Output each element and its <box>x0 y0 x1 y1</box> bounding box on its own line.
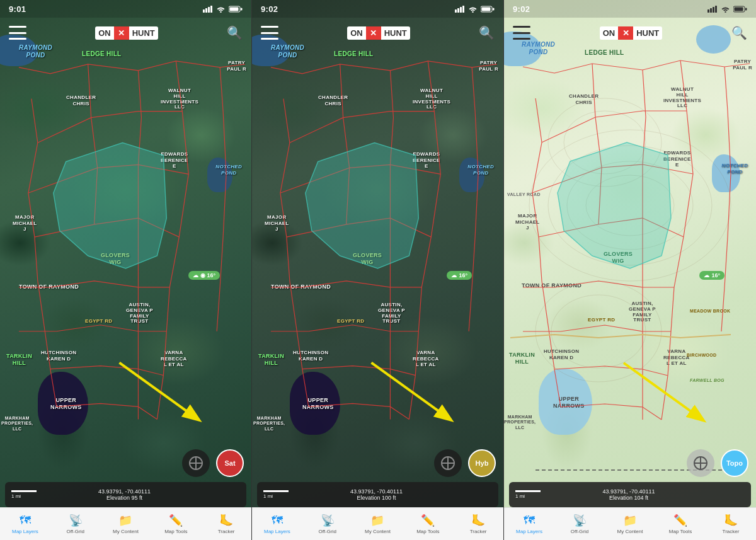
nav-btn-2[interactable] <box>434 449 462 477</box>
coords-text-3: 43.93791, -70.40111 <box>602 488 655 495</box>
logo-x-1: ✕ <box>114 26 129 40</box>
search-btn-3[interactable]: 🔍 <box>731 25 747 40</box>
status-bar-2: 9:02 <box>252 0 503 18</box>
tab-my-content-1[interactable]: 📁 My Content <box>101 514 151 534</box>
status-bar-3: 9:02 <box>504 0 756 18</box>
tab-bar-3: 🗺 Map Layers 📡 Off-Grid 📁 My Content ✏️ … <box>504 507 756 540</box>
my-content-icon-2: 📁 <box>370 514 384 527</box>
map-tools-icon-1: ✏️ <box>169 514 183 527</box>
scale-label-2: 1 mi <box>263 493 273 499</box>
info-bar-2: 1 mi 43.93791, -70.40111 Elevation 100 f… <box>257 482 498 507</box>
logo-3: ON ✕ HUNT <box>600 26 663 40</box>
tab-off-grid-2[interactable]: 📡 Off-Grid <box>302 514 353 534</box>
hamburger-1[interactable] <box>9 26 26 40</box>
map-layers-label-1: Map Layers <box>12 529 38 534</box>
tab-off-grid-3[interactable]: 📡 Off-Grid <box>554 514 605 534</box>
svg-rect-34 <box>715 6 717 13</box>
map-type-badge-3[interactable]: Topo <box>721 449 748 477</box>
map-type-badge-1[interactable]: Sat <box>216 449 244 477</box>
tab-map-layers-1[interactable]: 🗺 Map Layers <box>0 514 50 534</box>
svg-rect-9 <box>241 8 243 10</box>
logo-on-3: ON <box>600 26 619 40</box>
top-nav-2: ON ✕ HUNT 🔍 <box>252 18 503 48</box>
off-grid-icon-3: 📡 <box>573 514 587 527</box>
map-background-3 <box>504 0 756 540</box>
scale-label-1: 1 mi <box>11 493 21 499</box>
svg-rect-4 <box>208 7 210 13</box>
map-tools-label-3: Map Tools <box>669 529 692 534</box>
panel-3: RaymondPond Ledge Hill CHANDLERCHRIS WAL… <box>504 0 756 540</box>
logo-1: ON ✕ HUNT <box>95 26 158 40</box>
temp-badge-small-2: ☁16° <box>447 271 472 280</box>
scale-block-2: 1 mi <box>263 490 289 499</box>
logo-on-2: ON <box>347 26 366 40</box>
tab-tracker-3[interactable]: 🦶 Tracker <box>706 514 756 534</box>
coords-block-1: 43.93791, -70.40111 Elevation 95 ft <box>98 488 151 501</box>
map-tools-label-1: Map Tools <box>164 529 187 534</box>
coords-block-2: 43.93791, -70.40111 Elevation 100 ft <box>350 488 403 501</box>
coords-text-2: 43.93791, -70.40111 <box>350 488 403 495</box>
svg-point-6 <box>220 11 221 12</box>
logo-hunt-2: HUNT <box>381 26 410 40</box>
tracker-label-1: Tracker <box>218 529 235 534</box>
map-type-badge-2[interactable]: Hyb <box>468 449 496 477</box>
scale-bar-1 <box>11 490 37 492</box>
tracker-label-2: Tracker <box>470 529 487 534</box>
tracker-label-3: Tracker <box>723 529 740 534</box>
hamburger-3[interactable] <box>513 26 530 40</box>
svg-point-35 <box>724 11 726 12</box>
svg-rect-37 <box>735 7 743 11</box>
svg-rect-19 <box>493 8 495 10</box>
search-btn-1[interactable]: 🔍 <box>227 25 243 40</box>
map-layers-icon-1: 🗺 <box>20 514 31 527</box>
svg-rect-2 <box>203 9 205 13</box>
svg-rect-5 <box>210 6 212 13</box>
upper-narrows-water <box>38 372 88 435</box>
nav-btn-1[interactable] <box>182 449 210 477</box>
map-layers-label-3: Map Layers <box>516 529 542 534</box>
tab-map-tools-1[interactable]: ✏️ Map Tools <box>151 514 201 534</box>
coords-text-1: 43.93791, -70.40111 <box>98 488 151 495</box>
elevation-text-1: Elevation 95 ft <box>106 495 142 501</box>
map-tools-icon-3: ✏️ <box>673 514 687 527</box>
svg-rect-18 <box>482 7 491 11</box>
svg-rect-12 <box>455 9 457 13</box>
tab-map-tools-3[interactable]: ✏️ Map Tools <box>655 514 706 534</box>
map-layers-icon-2: 🗺 <box>272 514 283 527</box>
logo-hunt-3: HUNT <box>633 26 662 40</box>
svg-rect-31 <box>707 9 709 13</box>
svg-rect-33 <box>713 7 714 13</box>
svg-rect-13 <box>457 8 459 13</box>
tab-bar-2: 🗺 Map Layers 📡 Off-Grid 📁 My Content ✏️ … <box>252 507 503 540</box>
scale-block-3: 1 mi <box>515 490 541 499</box>
hamburger-2[interactable] <box>261 26 278 40</box>
tab-tracker-2[interactable]: 🦶 Tracker <box>453 514 503 534</box>
tracker-icon-2: 🦶 <box>471 514 485 527</box>
tab-map-layers-2[interactable]: 🗺 Map Layers <box>252 514 302 534</box>
status-icons-2 <box>455 6 495 13</box>
top-nav-1: ON ✕ HUNT 🔍 <box>0 18 251 48</box>
info-bar-1: 1 mi 43.93791, -70.40111 Elevation 95 ft <box>5 482 246 507</box>
nav-btn-3[interactable] <box>687 449 714 477</box>
tab-bar-1: 🗺 Map Layers 📡 Off-Grid 📁 My Content ✏️ … <box>0 507 251 540</box>
tab-tracker-1[interactable]: 🦶 Tracker <box>201 514 251 534</box>
my-content-label-2: My Content <box>365 529 391 534</box>
tab-my-content-3[interactable]: 📁 My Content <box>605 514 655 534</box>
status-bar-1: 9:01 <box>0 0 251 18</box>
search-btn-2[interactable]: 🔍 <box>479 25 495 40</box>
my-content-label-1: My Content <box>113 529 139 534</box>
info-bar-3: 1 mi 43.93791, -70.40111 Elevation 104 f… <box>509 482 751 507</box>
top-nav-3: ON ✕ HUNT 🔍 <box>504 18 756 48</box>
tab-my-content-2[interactable]: 📁 My Content <box>353 514 403 534</box>
map-layers-icon-3: 🗺 <box>524 514 535 527</box>
my-content-icon-3: 📁 <box>623 514 637 527</box>
tab-off-grid-1[interactable]: 📡 Off-Grid <box>50 514 101 534</box>
map-background-1 <box>0 0 251 540</box>
tab-map-layers-3[interactable]: 🗺 Map Layers <box>504 514 554 534</box>
tab-map-tools-2[interactable]: ✏️ Map Tools <box>403 514 453 534</box>
status-icons-1 <box>203 6 243 13</box>
time-3: 9:02 <box>513 4 530 14</box>
time-2: 9:02 <box>261 4 278 14</box>
off-grid-label-3: Off-Grid <box>571 529 588 534</box>
map-tools-label-2: Map Tools <box>416 529 439 534</box>
